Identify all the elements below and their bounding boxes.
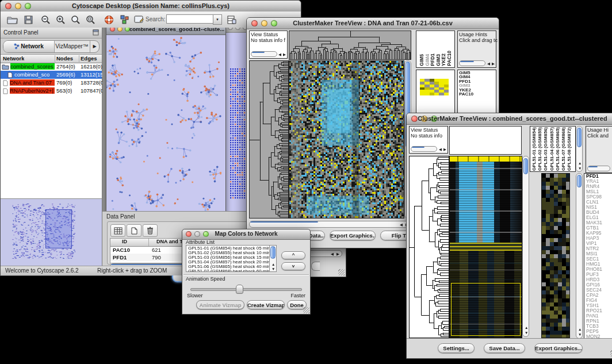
network-frame-titlebar[interactable]: combined_scores_good.txt--cluste... xyxy=(106,28,225,35)
network-row[interactable]: combined_scores 2764(0) 16218(0) xyxy=(1,63,102,71)
scroll-right-arrow[interactable]: ▶ xyxy=(443,147,446,151)
col-edges[interactable]: Edges xyxy=(81,55,97,62)
scrollbar-thumb[interactable] xyxy=(577,175,582,187)
network-canvas[interactable] xyxy=(106,35,224,211)
tv1-similarity-matrix[interactable] xyxy=(420,79,449,95)
new-attribute-icon[interactable] xyxy=(127,224,141,237)
delete-attribute-trash-icon[interactable] xyxy=(143,224,158,237)
snapshot-icon[interactable] xyxy=(132,13,146,26)
tab-vizmapper[interactable]: VizMapper™ xyxy=(54,41,90,52)
network-row[interactable]: RNAPuberNov2+| 563(0) 107847(0) xyxy=(1,87,102,95)
annotation-icon[interactable] xyxy=(118,13,132,26)
scroll-down-arrow[interactable]: ▼ xyxy=(578,332,582,336)
help-lifebuoy-icon[interactable] xyxy=(102,13,116,26)
dialog-titlebar[interactable]: Map Colors to Network xyxy=(182,229,310,240)
scrollbar-thumb[interactable] xyxy=(460,61,474,62)
view-status-title: View Status xyxy=(251,32,278,37)
zoom-out-icon[interactable] xyxy=(39,13,52,26)
scroll-down-arrow[interactable]: ▼ xyxy=(525,331,528,335)
attribute-list-vscrollbar[interactable]: ▲ ▼ xyxy=(269,246,276,271)
zoom-fit-icon[interactable] xyxy=(68,13,82,26)
scroll-left-arrow[interactable]: ◀ xyxy=(439,147,442,151)
scrollbar-thumb[interactable] xyxy=(270,246,276,259)
zoom-selected-icon[interactable] xyxy=(83,13,97,26)
tv2-collabel-vscrollbar[interactable]: ▲ ▼ xyxy=(576,126,583,172)
scroll-right-arrow[interactable]: ▶ xyxy=(336,252,339,256)
tv2-secondary-heatmap[interactable] xyxy=(541,173,570,338)
scroll-right-arrow[interactable]: ▶ xyxy=(492,62,495,66)
tv1-column-dendrogram[interactable] xyxy=(289,30,411,60)
view-status-title: View Status xyxy=(411,127,438,133)
attribute-listbox[interactable]: GPL51-01 (GSM854) heat shock 05 minGPL51… xyxy=(186,245,277,272)
search-input[interactable] xyxy=(166,14,215,24)
save-data-button[interactable]: Save Data... xyxy=(484,343,525,353)
scrollbar-thumb[interactable] xyxy=(577,128,582,147)
col-nodes[interactable]: Nodes xyxy=(56,55,73,62)
tab-network[interactable]: Network xyxy=(3,41,55,52)
tab-overflow-arrow[interactable]: ▶ xyxy=(90,41,99,52)
scroll-left-arrow[interactable]: ◀ xyxy=(331,252,334,256)
scroll-up-arrow[interactable]: ▲ xyxy=(578,327,582,331)
scroll-left-arrow[interactable]: ◀ xyxy=(487,62,490,66)
usage-scrollbar[interactable] xyxy=(587,166,610,171)
tv2-heatmap[interactable] xyxy=(449,156,522,338)
scroll-down-arrow[interactable]: ▼ xyxy=(271,267,275,271)
tv2-heatmap-vscrollbar[interactable]: ▲ ▼ xyxy=(522,156,529,337)
move-up-button[interactable]: ^ xyxy=(281,251,305,259)
scrollbar-thumb[interactable] xyxy=(588,166,598,167)
table-import-icon[interactable] xyxy=(225,13,239,26)
scrollbar-thumb[interactable] xyxy=(252,52,265,53)
scroll-down-arrow[interactable]: ▼ xyxy=(578,166,582,170)
open-file-button[interactable] xyxy=(5,13,19,26)
scroll-left-arrow[interactable]: ◀ xyxy=(400,223,403,227)
animation-speed-slider-thumb[interactable] xyxy=(236,285,243,294)
tv2-genelist-vscrollbar[interactable]: ▲ ▼ xyxy=(576,173,583,339)
export-graphics-button[interactable]: Export Graphics... xyxy=(330,231,376,240)
view-status-scrollbar[interactable] xyxy=(411,146,437,152)
main-titlebar[interactable]: Cytoscape Desktop (Session Name: collins… xyxy=(1,1,301,12)
search-dropdown-arrow[interactable]: ▼ xyxy=(213,14,222,25)
usage-scrollbar[interactable] xyxy=(459,60,485,66)
scrollbar-thumb[interactable] xyxy=(250,221,318,223)
tv2-gene-list: PFD1YRA1RNR4MSL1SPC98CLN1NIS1BUD4ELG1MAK… xyxy=(586,174,602,339)
network-view-frame[interactable]: combined_scores_good.txt--cluste... xyxy=(106,28,226,211)
minimize-button[interactable] xyxy=(117,28,123,32)
scroll-right-arrow[interactable]: ▶ xyxy=(283,52,286,56)
tv1-heatmap[interactable] xyxy=(289,60,404,219)
tv1-row-dendrogram[interactable] xyxy=(249,60,289,219)
move-down-button[interactable]: v xyxy=(281,262,305,270)
attribute-select-icon[interactable] xyxy=(110,224,125,237)
gene-label[interactable]: PAC10 xyxy=(459,92,473,96)
create-vizmap-button[interactable]: Create Vizmap xyxy=(247,300,285,309)
tv2-row-dendrogram[interactable] xyxy=(409,156,449,338)
animation-speed-slider-track[interactable] xyxy=(190,288,302,291)
scrollbar-thumb[interactable] xyxy=(412,147,424,148)
col-network[interactable]: Network xyxy=(3,55,24,62)
tv1-hscrollbar[interactable]: ◀ ▶ xyxy=(249,221,411,228)
float-panel-icon[interactable] xyxy=(93,29,99,36)
scroll-left-arrow[interactable]: ◀ xyxy=(278,52,281,56)
scroll-up-arrow[interactable]: ▲ xyxy=(525,325,528,329)
treeview1-titlebar[interactable]: ClusterMaker TreeView : DNA and Tran 07-… xyxy=(247,18,499,29)
network-row[interactable]: DNA and Tran 07 769(0) 183728(0) xyxy=(1,79,102,87)
scroll-up-arrow[interactable]: ▲ xyxy=(578,161,582,165)
close-button[interactable] xyxy=(228,28,233,30)
fragment-button-cap xyxy=(311,262,320,271)
col-id[interactable]: ID xyxy=(122,239,127,244)
resize-grip[interactable] xyxy=(338,269,345,275)
view-status-scrollbar[interactable] xyxy=(251,51,277,57)
close-button[interactable] xyxy=(110,28,115,32)
minimize-button[interactable] xyxy=(235,28,240,30)
birdseye-view[interactable] xyxy=(1,198,102,266)
network-row-selected[interactable]: combined_sco 2569(6) 13112(15) xyxy=(1,71,102,79)
treeview2-titlebar[interactable]: ClusterMaker TreeView : combined_scores_… xyxy=(407,113,612,125)
viewport-indicator[interactable] xyxy=(45,209,72,248)
export-graphics-button[interactable]: Export Graphics... xyxy=(534,343,583,353)
save-button[interactable] xyxy=(21,13,35,26)
scroll-up-arrow[interactable]: ▲ xyxy=(271,262,275,266)
resize-grip[interactable] xyxy=(303,307,309,313)
scrollbar-thumb[interactable] xyxy=(523,158,528,174)
zoom-in-icon[interactable] xyxy=(53,13,67,26)
attribute-item[interactable]: GPL51-07 (GSM868) heat shock 60 min xyxy=(188,269,269,272)
settings-button[interactable]: Settings... xyxy=(438,343,475,353)
